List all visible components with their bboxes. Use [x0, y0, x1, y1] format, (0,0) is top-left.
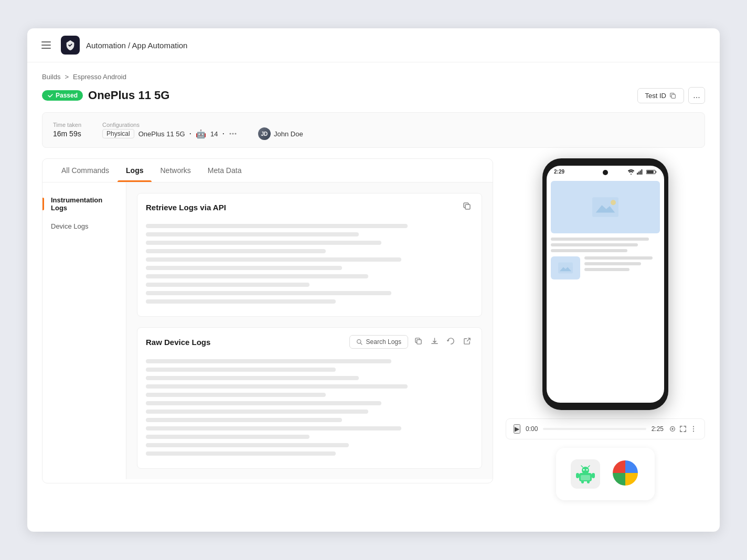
svg-rect-10	[640, 170, 641, 175]
tab-networks[interactable]: Networks	[152, 159, 199, 182]
svg-rect-34	[587, 480, 590, 483]
video-icons	[669, 425, 697, 433]
svg-rect-14	[647, 170, 654, 173]
instrumentation-logs-label: Instrumentation Logs	[51, 196, 118, 212]
refresh-logs-button[interactable]	[445, 336, 457, 348]
svg-rect-8	[637, 173, 638, 175]
search-logs-label: Search Logs	[366, 338, 401, 346]
svg-rect-13	[656, 171, 656, 173]
small-image-icon	[558, 262, 573, 274]
raw-device-logs-header: Raw Device Logs Search Logs	[137, 328, 482, 355]
refresh-icon	[447, 337, 455, 345]
raw-device-logs-card: Raw Device Logs Search Logs	[137, 327, 482, 469]
app-icons-card	[556, 448, 655, 500]
app-title: Automation / App Automation	[86, 41, 187, 50]
retrieve-logs-lines	[137, 220, 482, 316]
meta-updated: JD John Doe	[258, 120, 303, 140]
config-row: Physical OnePlus 11 5G · 🤖 14 ·	[102, 129, 237, 139]
phone-image-small	[551, 256, 580, 279]
more-config-icon	[229, 130, 237, 138]
copy-icon	[414, 337, 422, 345]
camera-icon[interactable]	[669, 425, 676, 433]
svg-point-24	[693, 430, 694, 432]
breadcrumb-separator: >	[65, 73, 69, 81]
svg-rect-33	[581, 480, 584, 483]
open-logs-button[interactable]	[461, 336, 473, 348]
video-controls: ▶ 0:00 2:25	[506, 418, 705, 439]
download-icon	[431, 337, 439, 345]
phone-screen: 2:29	[547, 166, 664, 403]
svg-point-3	[234, 133, 236, 135]
device-name: OnePlus 11 5G	[138, 130, 185, 138]
avatar-wrap: JD John Doe	[258, 127, 303, 140]
raw-device-logs-title: Raw Device Logs	[146, 338, 210, 347]
time-taken-value: 16m 59s	[53, 130, 81, 138]
pie-chart-icon	[611, 458, 640, 490]
fullscreen-icon[interactable]	[679, 425, 687, 433]
svg-rect-15	[592, 197, 618, 217]
retrieve-logs-copy-button[interactable]	[461, 201, 473, 213]
external-link-icon	[463, 337, 471, 345]
sidebar-item-device[interactable]: Device Logs	[42, 217, 126, 235]
physical-badge: Physical	[102, 129, 134, 138]
download-logs-button[interactable]	[429, 336, 441, 348]
status-label: Passed	[56, 92, 78, 99]
phone-time: 2:29	[554, 169, 564, 175]
tab-meta-data[interactable]: Meta Data	[199, 159, 250, 182]
retrieve-logs-card: Retrieve Logs via API	[137, 193, 482, 317]
tab-logs[interactable]: Logs	[118, 159, 152, 182]
phone-small-row	[551, 256, 660, 284]
svg-point-27	[583, 469, 585, 471]
logs-sidebar: Instrumentation Logs Device Logs	[42, 182, 126, 479]
logs-content: Retrieve Logs via API	[126, 182, 493, 479]
pie-icon-svg	[611, 458, 640, 488]
copy-icon	[669, 92, 676, 99]
main-layout: All Commands Logs Networks Meta Data Ins…	[42, 158, 705, 500]
search-logs-button[interactable]: Search Logs	[349, 335, 408, 349]
menu-icon[interactable]	[38, 37, 55, 53]
phone-frame: 2:29	[542, 158, 668, 410]
svg-rect-6	[417, 339, 421, 343]
copy-icon	[463, 202, 471, 210]
sidebar-item-instrumentation[interactable]: Instrumentation Logs	[42, 191, 126, 217]
status-badge: Passed	[42, 90, 83, 101]
raw-device-logs-actions: Search Logs	[349, 335, 473, 349]
phone-container: 2:29	[542, 158, 668, 410]
current-time: 0:00	[526, 425, 538, 433]
logo-icon	[61, 36, 80, 55]
more-video-icon[interactable]	[690, 425, 697, 433]
svg-point-28	[586, 469, 588, 471]
svg-rect-9	[638, 171, 639, 175]
meta-configurations: Configurations Physical OnePlus 11 5G · …	[102, 122, 237, 139]
svg-point-7	[631, 174, 632, 175]
svg-rect-18	[558, 263, 573, 274]
phone-content	[547, 177, 664, 293]
battery-icon	[646, 169, 657, 175]
svg-rect-32	[592, 473, 595, 478]
svg-point-22	[693, 426, 694, 427]
meta-bar: Time taken 16m 59s Configurations Physic…	[42, 112, 705, 148]
play-button[interactable]: ▶	[514, 424, 520, 434]
copy-logs-button[interactable]	[412, 336, 424, 348]
breadcrumb-builds[interactable]: Builds	[42, 73, 60, 81]
page-title: OnePlus 11 5G	[88, 89, 169, 102]
test-id-button[interactable]: Test ID	[637, 88, 684, 103]
right-panel: 2:29	[506, 158, 705, 500]
svg-point-21	[671, 428, 674, 430]
content-area: Builds > Espresso Android Passed OnePlus…	[27, 62, 720, 532]
android-bugdroid-icon	[575, 464, 596, 484]
android-icon: 🤖	[196, 129, 206, 139]
more-button[interactable]: ...	[688, 87, 705, 104]
svg-rect-11	[641, 169, 642, 175]
avatar: JD	[258, 127, 271, 140]
main-window: Automation / App Automation Builds > Esp…	[27, 28, 720, 532]
progress-bar[interactable]	[543, 428, 646, 430]
svg-rect-35	[581, 475, 590, 480]
tab-all-commands[interactable]: All Commands	[53, 159, 118, 182]
device-logs-label: Device Logs	[51, 222, 89, 230]
android-version: 14	[210, 130, 218, 138]
left-panel: All Commands Logs Networks Meta Data Ins…	[42, 158, 493, 483]
top-bar: Automation / App Automation	[27, 28, 720, 62]
page-header-left: Passed OnePlus 11 5G	[42, 89, 169, 102]
retrieve-logs-header: Retrieve Logs via API	[137, 193, 482, 220]
